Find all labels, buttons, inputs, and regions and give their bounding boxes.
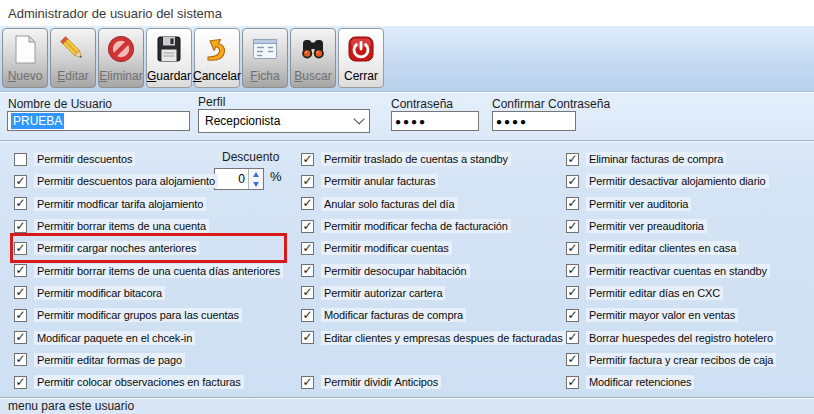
guardar-button[interactable]: Guardar [146,28,192,88]
permission-row: ✓Permitir mayor valor en ventas [566,304,776,326]
cerrar-button[interactable]: Cerrar [338,28,384,88]
user-admin-window: Administrador de usuario del sistema Nue… [0,0,814,414]
checkbox-label: Permitir editar clientes en casa [586,241,739,255]
checkbox-label: Borrar huespedes del registro hotelero [586,331,776,345]
checkbox-label: Permitir borrar items de una cuenta días… [34,264,283,278]
checkbox[interactable]: ✓ [566,197,579,210]
checkbox[interactable]: ✓ [301,153,314,166]
permission-row: ✓Permitir borrar items de una cuenta día… [14,259,283,281]
checkbox-label: Permitir factura y crear recibos de caja [586,353,776,367]
ficha-button[interactable]: Ficha [242,28,288,88]
checkbox-label: Permitir modificar grupos para las cuent… [34,308,242,322]
checkbox[interactable]: ✓ [301,331,314,344]
checkbox[interactable]: ✓ [301,197,314,210]
checkbox[interactable]: ✓ [14,197,27,210]
permission-row: ✓Permitir descuentos para alojamiento [14,170,283,192]
checkbox[interactable]: ✓ [301,220,314,233]
page-title: Administrador de usuario del sistema [8,6,222,21]
profile-select[interactable]: Recepcionista [198,109,370,133]
checkbox[interactable]: ✓ [566,309,579,322]
checkbox-label: Permitir editar formas de pago [34,353,185,367]
permission-row: ✓Modificar retenciones [566,371,776,393]
checkbox[interactable]: ✓ [566,242,579,255]
checkbox-label: Permitir ver preauditoria [586,219,707,233]
undo-arrow-icon [200,31,234,67]
permissions-column-3: ✓Eliminar facturas de compra✓Permitir de… [566,148,776,393]
confirm-password-input[interactable]: ●●●● [492,111,576,131]
eliminar-button[interactable]: Eliminar [98,28,144,88]
permission-row: ✓Permitir reactivar cuentas en standby [566,259,776,281]
checkbox-label: Permitir modificar cuentas [321,241,452,255]
checkbox[interactable]: ✓ [301,242,314,255]
password-label: Contraseña [391,97,453,111]
permissions-column-1: Permitir descuentos✓Permitir descuentos … [14,148,283,393]
checkbox[interactable]: ✓ [14,376,27,389]
floppy-disk-icon [152,31,186,67]
profile-label: Perfil [198,95,225,109]
checkbox-label: Permitir anular facturas [321,174,438,188]
form-panel: Nombre de Usuario Perfil Contraseña Conf… [0,93,814,397]
checkbox-label: Editar clientes y empresas despues de fa… [321,331,566,345]
checkbox[interactable]: ✓ [14,353,27,366]
binoculars-icon [296,31,330,67]
pencil-icon [56,31,90,67]
buscar-button[interactable]: Buscar [290,28,336,88]
password-input[interactable]: ●●●● [391,111,479,131]
checkbox[interactable]: ✓ [14,220,27,233]
permission-row: ✓Borrar huespedes del registro hotelero [566,326,776,348]
checkbox[interactable]: ✓ [566,353,579,366]
permission-row: ✓Permitir modificar grupos para las cuen… [14,304,283,326]
checkbox-label: Permitir autorizar cartera [321,286,445,300]
checkbox[interactable]: ✓ [566,331,579,344]
checkbox[interactable]: ✓ [14,242,27,255]
checkbox[interactable]: ✓ [301,175,314,188]
checkbox-label: Permitir traslado de cuentas a standby [321,152,511,166]
checkbox[interactable]: ✓ [301,309,314,322]
checkbox[interactable] [14,153,27,166]
checkbox-label: Modificar facturas de compra [321,308,466,322]
checkbox-label: Permitir borrar items de una cuenta [34,219,209,233]
permission-row: ✓Anular solo facturas del día [301,193,566,215]
checkbox-label: Modificar paquete en el chcek-in [34,331,195,345]
confirm-password-value: ●●●● [496,116,528,127]
username-label: Nombre de Usuario [8,97,112,111]
checkbox-label: Permitir cargar noches anteriores [34,241,199,255]
checkbox[interactable]: ✓ [566,175,579,188]
toolbar-button-label: Guardar [147,69,191,83]
permission-row: ✓Permitir modificar cuentas [301,237,566,259]
permission-row: ✓Permitir editar formas de pago [14,349,283,371]
checkbox-label: Permitir descuentos [34,152,135,166]
window-titlebar: Administrador de usuario del sistema [0,0,814,26]
username-input[interactable]: PRUEBA [7,111,190,131]
editar-button[interactable]: Editar [50,28,96,88]
toolbar-button-label: Buscar [294,69,331,83]
checkbox[interactable]: ✓ [301,286,314,299]
checkbox[interactable]: ✓ [301,376,314,389]
checkbox[interactable]: ✓ [14,331,27,344]
permission-row: ✓Permitir anular facturas [301,170,566,192]
power-icon [344,31,378,67]
checkbox[interactable]: ✓ [566,153,579,166]
permission-row: ✓Permitir desocupar habitación [301,259,566,281]
checkbox[interactable]: ✓ [14,309,27,322]
checkbox[interactable]: ✓ [566,220,579,233]
checkbox-label: Permitir desocupar habitación [321,264,470,278]
checkbox-label: Permitir dividir Anticipos [321,375,441,389]
new-document-icon [8,31,42,67]
checkbox[interactable]: ✓ [14,264,27,277]
cancelar-button[interactable]: Cancelar [194,28,240,88]
checkbox[interactable]: ✓ [566,286,579,299]
permission-row: ✓Eliminar facturas de compra [566,148,776,170]
nuevo-button[interactable]: Nuevo [2,28,48,88]
form-icon [248,31,282,67]
permission-row: ✓Modificar paquete en el chcek-in [14,326,283,348]
checkbox-label: Permitir reactivar cuentas en standby [586,264,770,278]
checkbox[interactable]: ✓ [566,264,579,277]
checkbox[interactable]: ✓ [14,286,27,299]
permission-row: ✓Permitir dividir Anticipos [301,371,566,393]
checkbox[interactable]: ✓ [14,175,27,188]
checkbox[interactable]: ✓ [566,376,579,389]
checkbox[interactable]: ✓ [301,264,314,277]
permission-row: ✓Modificar facturas de compra [301,304,566,326]
status-bar: menu para este usuario [0,397,814,414]
